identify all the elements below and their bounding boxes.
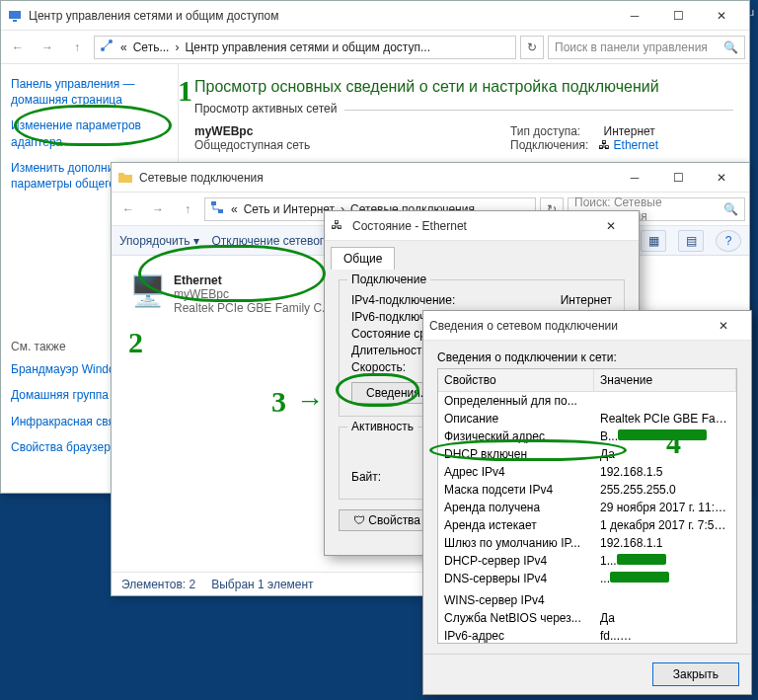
tab-general[interactable]: Общие [331,247,395,270]
details-table: Свойство Значение Определенный для по...… [437,368,737,644]
speed-label: Скорость: [351,360,406,374]
table-row: DHCP включенДа [438,445,736,463]
breadcrumb[interactable]: « Сеть... › Центр управления сетями и об… [94,36,516,59]
table-row: DHCP-сервер IPv41... [438,552,736,570]
titlebar: Центр управления сетями и общим доступом… [1,1,749,31]
shield-icon: 🛡 [353,513,365,527]
table-row: Маска подсети IPv4255.255.255.0 [438,481,736,499]
folder-icon [117,170,133,186]
titlebar: Сетевые подключения ─ ☐ ✕ [112,163,749,193]
chevron-down-icon: ▾ [193,234,199,248]
ethernet-icon: 🖧 [598,138,610,152]
properties-button[interactable]: 🛡 Свойства [339,509,435,531]
search-input[interactable]: Поиск в панели управления 🔍 [548,36,745,59]
table-row: WINS-сервер IPv4 [438,591,736,609]
col-value[interactable]: Значение [594,369,736,391]
minimize-button[interactable]: ─ [613,2,656,30]
ethernet-icon: 🖧 [331,218,346,234]
adapter-item-ethernet[interactable]: 🖥️ Ethernet myWEBpc Realtek PCIe GBE Fam… [123,268,341,321]
adapter-device: Realtek PCIe GBE Family C... [174,301,332,315]
access-value: Интернет [604,124,655,138]
ipv4-conn-label: IPv4-подключение: [351,293,455,307]
sidebar-adapter-settings[interactable]: Изменение параметров адаптера [11,117,168,149]
selected-count: Выбран 1 элемент [211,578,313,591]
sidebar-home[interactable]: Панель управления — домашняя страница [11,76,168,108]
back-button[interactable]: ← [5,35,31,60]
details-dialog: Сведения о сетевом подключении ✕ Сведени… [422,310,752,695]
table-row: Служба NetBIOS через...Да [438,609,736,627]
dialog-title: Состояние - Ethernet [352,219,467,233]
adapter-network: myWEBpc [174,287,229,301]
svg-rect-4 [211,201,216,205]
table-row: IPv6-адресfd... [438,627,736,644]
duration-label: Длительность [351,344,428,357]
forward-button[interactable]: → [35,35,60,60]
adapter-name: Ethernet [174,273,222,287]
bytes-label: Байт: [351,470,381,484]
table-row: ОписаниеRealtek PCIe GBE Family Controll… [438,410,736,428]
maximize-button[interactable]: ☐ [656,2,700,30]
svg-rect-1 [13,20,17,22]
search-icon: 🔍 [723,202,738,216]
dialog-title: Сведения о сетевом подключении [429,319,618,333]
help-button[interactable]: ? [716,230,741,252]
page-heading: Просмотр основных сведений о сети и наст… [194,78,733,96]
titlebar: 🖧 Состояние - Ethernet ✕ [325,211,639,241]
tab-strip: Общие [325,241,639,270]
back-button[interactable]: ← [115,196,141,222]
window-title: Сетевые подключения [139,171,264,185]
titlebar: Сведения о сетевом подключении ✕ [423,311,751,341]
app-icon [7,8,23,24]
network-icon [99,38,114,56]
forward-button[interactable]: → [145,196,171,222]
table-row: Шлюз по умолчанию IP...192.168.1.1 [438,534,736,552]
organize-menu[interactable]: Упорядочить ▾ [119,234,199,248]
table-row: Определенный для по... [438,392,736,410]
close-button[interactable]: ✕ [702,312,745,340]
table-row: Физический адресB... [438,428,736,445]
network-type: Общедоступная сеть [194,138,310,152]
nav-row: ← → ↑ « Сеть... › Центр управления сетям… [1,31,749,64]
close-dialog-button[interactable]: Закрыть [652,662,739,686]
connection-link[interactable]: Ethernet [614,138,658,152]
access-label: Тип доступа: [510,124,580,138]
view-icons-button[interactable]: ▦ [641,230,666,252]
view-details-button[interactable]: ▤ [678,230,704,252]
window-title: Центр управления сетями и общим доступом [29,9,279,23]
minimize-button[interactable]: ─ [613,164,656,192]
state-label: Состояние сре [351,327,433,341]
adapter-icon: 🖥️ [129,273,166,315]
refresh-button[interactable]: ↻ [520,36,544,59]
ipv4-conn-value: Интернет [561,293,612,307]
connections-label: Подключения: [510,138,588,152]
svg-rect-5 [218,209,223,213]
item-count: Элементов: 2 [121,578,195,591]
network-name: myWEBpc [194,124,253,138]
table-row: Адрес IPv4192.168.1.5 [438,463,736,481]
details-subtitle: Сведения о подключении к сети: [437,350,737,364]
search-icon: 🔍 [723,40,738,54]
disable-adapter-button[interactable]: Отключение сетевого... [211,234,340,248]
close-button[interactable]: ✕ [700,2,743,30]
up-button[interactable]: ↑ [64,35,90,60]
up-button[interactable]: ↑ [175,196,200,222]
svg-rect-0 [9,11,21,19]
close-button[interactable]: ✕ [700,164,743,192]
active-networks-label: Просмотр активных сетей [194,102,344,116]
maximize-button[interactable]: ☐ [656,164,700,192]
network-icon [209,199,225,218]
table-row: Аренда получена29 ноября 2017 г. 11:55:4… [438,499,736,516]
table-row: Аренда истекает1 декабря 2017 г. 7:50:04 [438,516,736,534]
close-button[interactable]: ✕ [589,212,633,240]
table-row: DNS-серверы IPv4... [438,570,736,587]
col-property[interactable]: Свойство [438,369,594,391]
